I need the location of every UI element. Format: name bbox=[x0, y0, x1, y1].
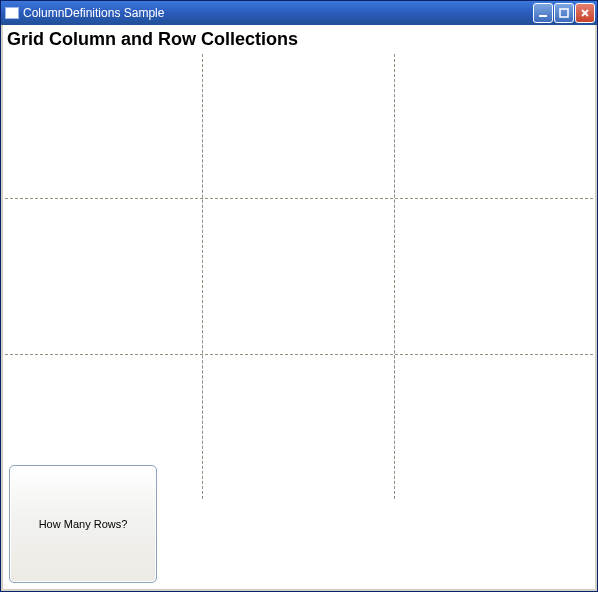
maximize-button[interactable] bbox=[554, 3, 574, 23]
grid-row-divider bbox=[5, 354, 593, 355]
how-many-rows-button[interactable]: How Many Rows? bbox=[9, 465, 157, 583]
svg-rect-1 bbox=[560, 9, 568, 17]
close-button[interactable] bbox=[575, 3, 595, 23]
window-title: ColumnDefinitions Sample bbox=[23, 6, 533, 20]
app-window: ColumnDefinitions Sample Grid Column and… bbox=[0, 0, 598, 592]
app-window-icon bbox=[5, 7, 19, 19]
minimize-button[interactable] bbox=[533, 3, 553, 23]
page-title: Grid Column and Row Collections bbox=[3, 25, 595, 54]
window-control-buttons bbox=[533, 3, 595, 23]
titlebar[interactable]: ColumnDefinitions Sample bbox=[1, 1, 597, 25]
button-panel: How Many Rows? bbox=[9, 465, 157, 583]
minimize-icon bbox=[538, 8, 548, 18]
button-label: How Many Rows? bbox=[39, 518, 128, 530]
grid-column-divider bbox=[202, 54, 203, 499]
maximize-icon bbox=[559, 8, 569, 18]
close-icon bbox=[580, 8, 590, 18]
grid-row-divider bbox=[5, 198, 593, 199]
svg-rect-0 bbox=[539, 15, 547, 17]
grid-column-divider bbox=[394, 54, 395, 499]
client-area: Grid Column and Row Collections How Many… bbox=[1, 25, 597, 591]
